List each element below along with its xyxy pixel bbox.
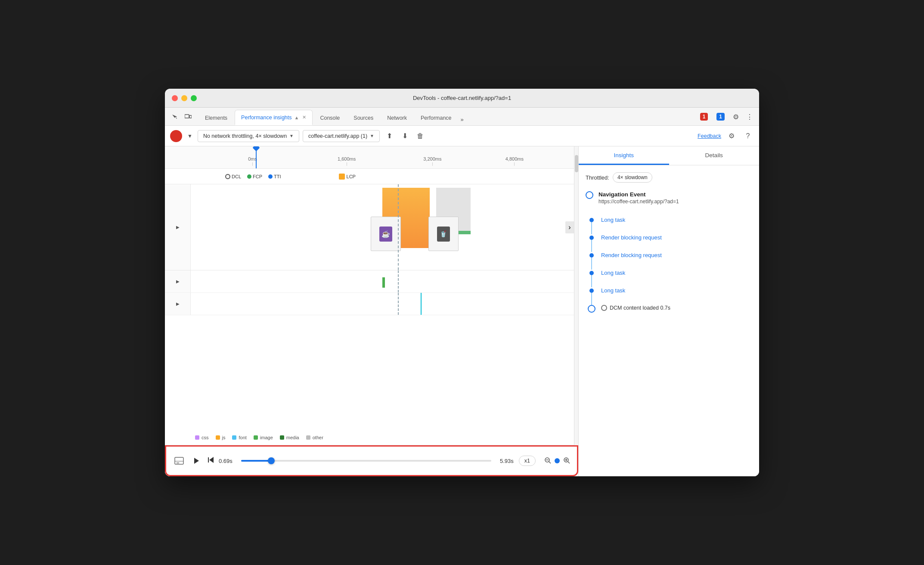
device-toggle-icon[interactable] [182,111,194,123]
error-count: 1 [700,113,708,121]
target-dropdown[interactable]: coffee-cart.netlify.app (1) ▼ [303,130,380,142]
dom-content-text: DCM content loaded 0.7s [610,305,670,311]
legend-font: font [232,435,246,440]
main-content: 0ms 1,600ms 3,200ms [165,146,759,476]
thumb-icon-1: ☕ [379,227,392,242]
network-row-1-content [191,270,574,292]
more-tabs-button[interactable]: » [461,116,464,123]
insight-item-6: DCM content loaded 0.7s [587,305,752,318]
svg-line-9 [549,461,551,463]
toolbar-right: Feedback ⚙ ? [698,130,754,142]
settings-gear-icon[interactable]: ⚙ [726,130,738,142]
delete-icon[interactable]: 🗑 [414,130,426,142]
dashed-line-3 [398,293,399,315]
record-button[interactable] [170,130,182,142]
insight-item-3-indicator [587,252,596,270]
playhead [256,146,257,168]
error-badge[interactable]: 1 [697,112,712,121]
help-icon[interactable]: ? [742,130,754,142]
legend-other: other [306,435,323,440]
insight-item-5: Long task [587,287,752,305]
tti-dot [268,174,273,179]
nav-event-text: Navigation Event https://coffee-cart.net… [598,191,679,211]
network-row-2: ▶ [165,293,574,315]
traffic-lights [172,95,197,101]
vertical-scrollbar[interactable] [574,146,578,445]
record-dropdown[interactable]: ▼ [186,132,194,140]
playback-speed-button[interactable]: x1 [519,456,536,466]
long-task-link-3[interactable]: Long task [601,287,625,294]
insight-item-5-indicator [587,287,596,305]
close-button[interactable] [172,95,178,101]
zoom-out-icon[interactable] [544,457,551,465]
tabbar-right-controls: 1 1 ⚙ ⋮ [697,111,756,123]
fcp-dot [247,174,251,179]
insight-item-2: Render blocking request [587,234,752,252]
more-options-icon[interactable]: ⋮ [744,111,756,123]
expand-network-2-icon[interactable]: ▶ [176,301,180,306]
scrubber-fill [241,460,271,462]
insights-panel: Insights Details Throttled: 4× slowdown [578,146,759,476]
render-blocking-link-1[interactable]: Render blocking request [601,234,662,241]
cursor-icon[interactable] [168,111,180,123]
scrollbar-thumb [575,155,578,172]
tab-details[interactable]: Details [669,146,760,165]
caption-toggle-icon[interactable] [173,455,185,467]
download-icon[interactable]: ⬇ [399,130,411,142]
tab-close-icon[interactable]: ✕ [302,115,306,120]
playhead-diamond [252,146,260,151]
tab-sources[interactable]: Sources [347,110,380,125]
insight-item-6-text: DCM content loaded 0.7s [601,305,670,311]
svg-marker-5 [194,458,199,464]
render-blocking-link-2[interactable]: Render blocking request [601,252,662,258]
upload-icon[interactable]: ⬆ [383,130,395,142]
expand-network-1-icon[interactable]: ▶ [176,279,180,284]
play-button[interactable] [190,455,202,467]
dashed-line-2 [398,270,399,292]
target-chevron-icon: ▼ [370,133,374,138]
long-task-link-1[interactable]: Long task [601,217,625,223]
insight-item-3-dot [589,253,594,258]
throttle-info: Throttled: 4× slowdown [586,172,752,183]
zoom-in-icon[interactable] [563,457,570,465]
throttle-dropdown[interactable]: No network throttling, 4× slowdown ▼ [198,130,299,142]
tab-insights[interactable]: Insights [579,146,669,165]
tab-elements[interactable]: Elements [198,110,234,125]
timeline-events-row: DCL FCP TTI [165,169,574,184]
maximize-button[interactable] [191,95,197,101]
legend-other-dot [306,435,310,440]
throttle-value-badge: 4× slowdown [613,172,652,183]
ruler-1600ms: 1,600ms [338,156,356,166]
message-badge[interactable]: 1 [713,112,728,121]
skip-to-start-button[interactable] [208,456,214,465]
window-title: DevTools - coffee-cart.netlify.app/?ad=1 [413,95,511,101]
scrubber-container [238,460,495,462]
network-row-1: ▶ [165,270,574,293]
scrubber-track[interactable] [241,460,491,462]
expand-row-icon[interactable]: ▶ [176,225,180,230]
feedback-link[interactable]: Feedback [698,133,721,139]
tab-console[interactable]: Console [313,110,346,125]
scrubber-thumb[interactable] [268,457,275,464]
nav-event-indicator [586,191,593,199]
legend-css-dot [195,435,199,440]
tab-performance[interactable]: Performance [414,110,458,125]
network-section: ▶ ▶ [165,270,574,430]
filmstrip-content: ☕ 🥤 › [191,184,574,270]
current-time-display: 0.69s [219,458,233,464]
insight-item-2-indicator [587,234,596,252]
tab-performance-insights[interactable]: Performance insights ▲ ✕ [235,110,313,125]
insight-item-5-line [591,293,592,305]
tab-network[interactable]: Network [381,110,413,125]
toolbar: ▼ No network throttling, 4× slowdown ▼ c… [165,126,759,146]
svg-rect-1 [189,115,192,118]
insight-item-1-dot [589,218,594,222]
settings-icon[interactable]: ⚙ [730,111,742,123]
long-task-link-2[interactable]: Long task [601,270,625,276]
insight-item-3: Render blocking request [587,252,752,270]
legend-css: css [195,435,209,440]
insights-tabs: Insights Details [579,146,759,165]
minimize-button[interactable] [181,95,187,101]
scroll-right-arrow[interactable]: › [565,221,574,233]
tab-nav-icons [168,111,194,123]
